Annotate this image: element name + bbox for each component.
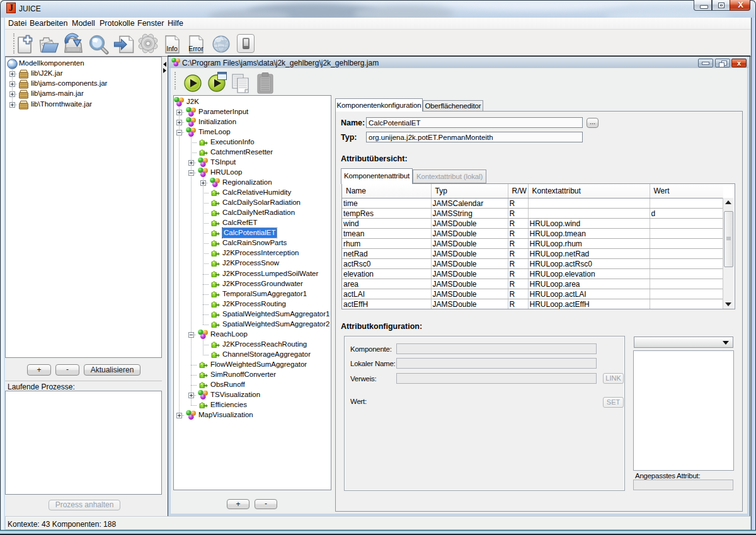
svg-text:Info: Info bbox=[166, 45, 178, 52]
svg-text:Error: Error bbox=[188, 45, 203, 52]
